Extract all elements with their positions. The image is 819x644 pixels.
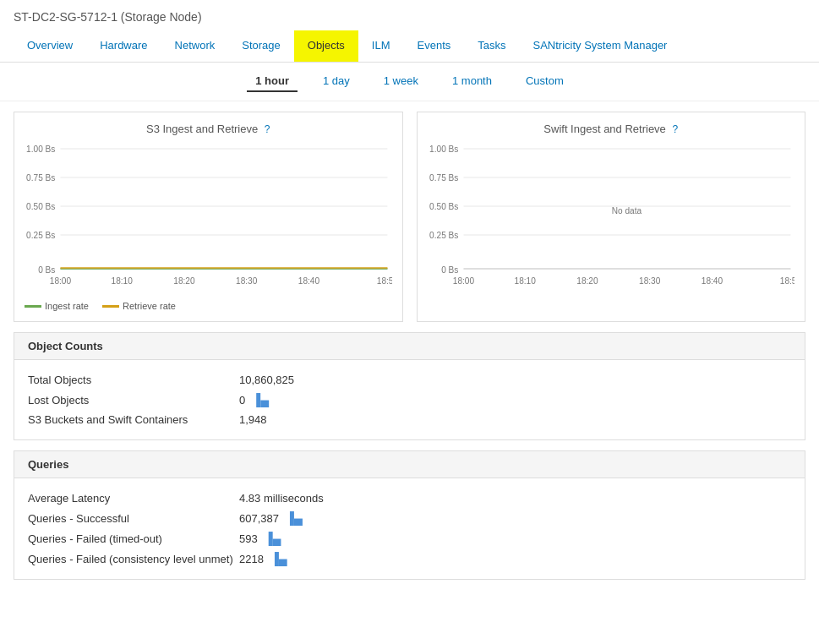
queries-failed-consistency-label: Queries - Failed (consistency level unme…: [28, 553, 239, 565]
swift-chart-title: Swift Ingest and Retrieve ?: [428, 123, 795, 135]
queries-successful-value: 607,387: [239, 512, 279, 525]
svg-text:18:00: 18:00: [452, 276, 474, 286]
s3-chart-legend: Ingest rate Retrieve rate: [25, 301, 392, 311]
queries-successful-row: Queries - Successful 607,387 ▐▄: [28, 508, 791, 528]
time-tab-1hour[interactable]: 1 hour: [247, 71, 298, 92]
tab-ilm[interactable]: ILM: [358, 30, 404, 62]
svg-text:18:30: 18:30: [639, 276, 661, 286]
time-tabs: 1 hour 1 day 1 week 1 month Custom: [0, 63, 819, 101]
object-counts-body: Total Objects 10,860,825 Lost Objects 0 …: [14, 360, 805, 439]
tab-network[interactable]: Network: [161, 30, 229, 62]
svg-text:18:00: 18:00: [50, 276, 72, 286]
queries-failed-consistency-row: Queries - Failed (consistency level unme…: [28, 548, 791, 569]
queries-failed-consistency-icon[interactable]: ▐▄: [270, 552, 287, 565]
time-tab-1week[interactable]: 1 week: [375, 71, 427, 92]
time-tab-custom[interactable]: Custom: [517, 71, 572, 92]
retrieve-color: [102, 305, 119, 308]
ingest-color: [25, 305, 41, 308]
charts-row: S3 Ingest and Retrieve ? 1.00 Bs 0.75 Bs…: [0, 101, 819, 332]
svg-text:0.25 Bs: 0.25 Bs: [429, 231, 458, 240]
svg-text:0 Bs: 0 Bs: [441, 265, 458, 275]
time-tab-1day[interactable]: 1 day: [314, 71, 358, 92]
queries-section: Queries Average Latency 4.83 millisecond…: [14, 450, 805, 580]
svg-text:1.00 Bs: 1.00 Bs: [429, 145, 458, 154]
svg-text:18:20: 18:20: [173, 276, 195, 286]
svg-text:No data: No data: [611, 206, 642, 216]
tab-storage[interactable]: Storage: [228, 30, 294, 62]
lost-objects-row: Lost Objects 0 ▐▄: [28, 390, 791, 410]
s3-buckets-label: S3 Buckets and Swift Containers: [28, 413, 239, 426]
svg-text:18:10: 18:10: [514, 276, 536, 286]
tab-events[interactable]: Events: [404, 30, 465, 62]
queries-failed-timeout-value: 593: [239, 532, 258, 545]
nav-tabs: Overview Hardware Network Storage Object…: [0, 30, 819, 63]
avg-latency-label: Average Latency: [28, 492, 239, 505]
tab-overview[interactable]: Overview: [14, 30, 86, 62]
swift-chart-area: 1.00 Bs 0.75 Bs 0.50 Bs 0.25 Bs 0 Bs No …: [428, 142, 795, 294]
svg-text:18:30: 18:30: [236, 276, 258, 286]
svg-text:0.50 Bs: 0.50 Bs: [429, 202, 458, 211]
s3-chart-title: S3 Ingest and Retrieve ?: [25, 123, 392, 135]
lost-objects-chart-icon[interactable]: ▐▄: [252, 393, 269, 407]
svg-text:0 Bs: 0 Bs: [38, 265, 55, 275]
queries-failed-timeout-icon[interactable]: ▐▄: [265, 532, 281, 545]
queries-failed-consistency-value: 2218: [239, 553, 264, 565]
avg-latency-row: Average Latency 4.83 milliseconds: [28, 488, 791, 508]
time-tab-1month[interactable]: 1 month: [444, 71, 500, 92]
lost-objects-value: 0: [239, 394, 245, 407]
tab-objects[interactable]: Objects: [294, 30, 358, 62]
avg-latency-value: 4.83 milliseconds: [239, 492, 324, 505]
ingest-label: Ingest rate: [45, 301, 89, 311]
svg-text:18:50: 18:50: [377, 276, 392, 286]
svg-text:18:40: 18:40: [298, 276, 320, 286]
tab-hardware[interactable]: Hardware: [86, 30, 161, 62]
svg-text:0.50 Bs: 0.50 Bs: [26, 202, 55, 211]
s3-chart-svg: 1.00 Bs 0.75 Bs 0.50 Bs 0.25 Bs 0 Bs 18: [25, 142, 392, 294]
queries-failed-timeout-row: Queries - Failed (timed-out) 593 ▐▄: [28, 528, 791, 548]
total-objects-row: Total Objects 10,860,825: [28, 370, 791, 390]
s3-chart-area: 1.00 Bs 0.75 Bs 0.50 Bs 0.25 Bs 0 Bs 18: [25, 142, 392, 294]
retrieve-legend: Retrieve rate: [102, 301, 176, 311]
svg-text:18:40: 18:40: [701, 276, 723, 286]
queries-header: Queries: [14, 451, 805, 478]
total-objects-value: 10,860,825: [239, 374, 294, 386]
queries-successful-label: Queries - Successful: [28, 512, 239, 525]
tab-santricity[interactable]: SANtricity System Manager: [520, 30, 681, 62]
svg-text:18:20: 18:20: [576, 276, 598, 286]
s3-help-icon[interactable]: ?: [265, 123, 270, 135]
s3-chart-panel: S3 Ingest and Retrieve ? 1.00 Bs 0.75 Bs…: [14, 112, 403, 322]
svg-text:18:50: 18:50: [779, 276, 794, 286]
svg-text:1.00 Bs: 1.00 Bs: [26, 145, 55, 154]
tab-tasks[interactable]: Tasks: [464, 30, 519, 62]
queries-successful-icon[interactable]: ▐▄: [286, 511, 303, 525]
total-objects-label: Total Objects: [28, 374, 239, 386]
queries-body: Average Latency 4.83 milliseconds Querie…: [14, 478, 805, 579]
queries-failed-timeout-label: Queries - Failed (timed-out): [28, 532, 239, 545]
s3-buckets-row: S3 Buckets and Swift Containers 1,948: [28, 410, 791, 429]
page-title: ST-DC2-SG-5712-1 (Storage Node): [0, 0, 819, 30]
lost-objects-label: Lost Objects: [28, 394, 239, 407]
svg-text:0.75 Bs: 0.75 Bs: [429, 173, 458, 183]
object-counts-header: Object Counts: [14, 333, 805, 360]
swift-chart-panel: Swift Ingest and Retrieve ? 1.00 Bs 0.75…: [417, 112, 806, 322]
s3-buckets-value: 1,948: [239, 413, 267, 426]
swift-chart-svg: 1.00 Bs 0.75 Bs 0.50 Bs 0.25 Bs 0 Bs No …: [428, 142, 795, 294]
ingest-legend: Ingest rate: [25, 301, 89, 311]
svg-text:0.25 Bs: 0.25 Bs: [26, 231, 55, 240]
swift-help-icon[interactable]: ?: [672, 123, 678, 135]
object-counts-section: Object Counts Total Objects 10,860,825 L…: [14, 332, 805, 440]
retrieve-label: Retrieve rate: [123, 301, 176, 311]
svg-text:0.75 Bs: 0.75 Bs: [26, 173, 55, 183]
svg-text:18:10: 18:10: [112, 276, 134, 286]
